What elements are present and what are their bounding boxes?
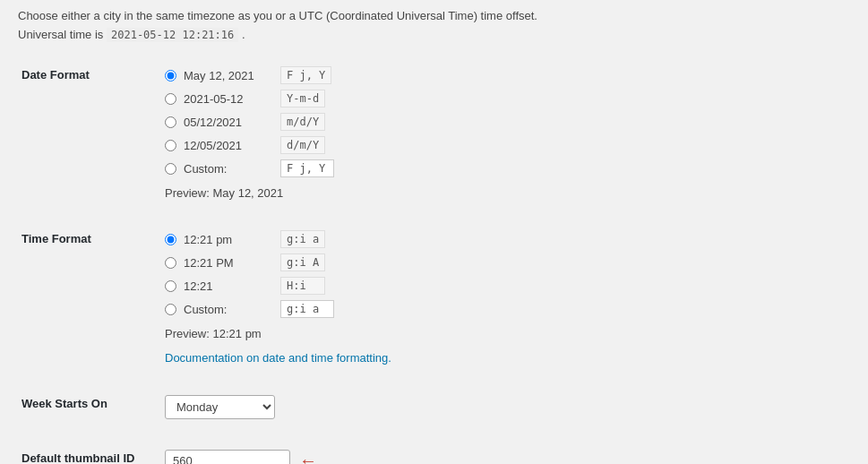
date-format-code-1: F j, Y	[280, 66, 331, 84]
date-format-option-2: 2021-05-12 Y-m-d	[165, 90, 847, 107]
date-format-preview-value: May 12, 2021	[212, 186, 283, 200]
time-format-label-1[interactable]: 12:21 pm	[184, 233, 273, 246]
time-format-row: Time Format 12:21 pm g:i a 12:21 PM g:i …	[18, 223, 850, 372]
date-format-code-4: d/m/Y	[280, 136, 325, 154]
date-format-row: Date Format May 12, 2021 F j, Y 2021-05-…	[18, 59, 850, 207]
default-thumbnail-row: Default thumbnail ID ←	[18, 443, 850, 464]
time-format-preview-prefix: Preview:	[165, 327, 210, 340]
date-format-radio-1[interactable]	[165, 70, 176, 82]
time-format-label-2[interactable]: 12:21 PM	[184, 256, 273, 270]
time-format-option-1: 12:21 pm g:i a	[165, 230, 847, 248]
date-format-preview: Preview: May 12, 2021	[165, 186, 847, 200]
date-format-custom-input[interactable]	[280, 159, 334, 177]
time-format-code-1: g:i a	[280, 230, 325, 248]
universal-time-row: Universal time is 2021-05-12 12:21:16 .	[18, 28, 850, 41]
date-format-option-1: May 12, 2021 F j, Y	[165, 66, 847, 84]
time-format-label-4[interactable]: Custom:	[184, 303, 273, 316]
time-format-option-3: 12:21 H:i	[165, 277, 847, 295]
universal-time-label: Universal time is	[18, 28, 103, 41]
date-format-label-3[interactable]: 05/12/2021	[184, 116, 273, 129]
date-format-radio-3[interactable]	[165, 116, 176, 128]
date-format-label-4[interactable]: 12/05/2021	[184, 139, 273, 152]
timezone-description: Choose either a city in the same timezon…	[18, 9, 850, 22]
date-format-radio-5[interactable]	[165, 163, 176, 175]
time-format-radio-3[interactable]	[165, 280, 176, 292]
date-format-preview-prefix: Preview:	[165, 186, 210, 200]
date-format-label-1[interactable]: May 12, 2021	[184, 69, 273, 82]
date-time-doc-link[interactable]: Documentation on date and time formattin…	[165, 351, 391, 365]
time-format-option-2: 12:21 PM g:i A	[165, 253, 847, 271]
time-format-radio-4[interactable]	[165, 304, 176, 315]
date-format-label-2[interactable]: 2021-05-12	[184, 92, 273, 106]
week-starts-on-label: Week Starts On	[21, 397, 107, 410]
thumbnail-input-row: ←	[165, 450, 847, 464]
time-format-code-3: H:i	[280, 277, 325, 295]
default-thumbnail-label: Default thumbnail ID	[21, 451, 134, 464]
thumbnail-id-input[interactable]	[165, 450, 290, 464]
time-format-option-4: Custom:	[165, 300, 847, 318]
settings-page: Choose either a city in the same timezon…	[0, 0, 868, 464]
date-format-radio-4[interactable]	[165, 140, 176, 151]
time-format-preview-value: 12:21 pm	[212, 327, 261, 340]
week-starts-on-select[interactable]: Monday Tuesday Wednesday Thursday Friday…	[165, 395, 275, 419]
date-format-option-3: 05/12/2021 m/d/Y	[165, 113, 847, 131]
universal-time-value: 2021-05-12 12:21:16	[107, 28, 238, 42]
date-format-option-4: 12/05/2021 d/m/Y	[165, 136, 847, 154]
date-format-label-5[interactable]: Custom:	[184, 162, 273, 176]
date-format-label: Date Format	[21, 68, 90, 82]
time-format-label-3[interactable]: 12:21	[184, 279, 273, 293]
settings-table: Date Format May 12, 2021 F j, Y 2021-05-…	[18, 59, 850, 464]
date-format-code-3: m/d/Y	[280, 113, 325, 131]
week-starts-on-row: Week Starts On Monday Tuesday Wednesday …	[18, 388, 850, 426]
date-format-code-2: Y-m-d	[280, 90, 325, 107]
doc-link-container: Documentation on date and time formattin…	[165, 351, 847, 365]
date-format-radio-2[interactable]	[165, 93, 176, 105]
date-format-options: May 12, 2021 F j, Y 2021-05-12 Y-m-d 05/…	[165, 66, 847, 200]
time-format-radio-2[interactable]	[165, 257, 176, 269]
arrow-indicator-icon: ←	[299, 451, 317, 464]
time-format-preview: Preview: 12:21 pm	[165, 327, 847, 340]
time-format-label: Time Format	[21, 232, 91, 245]
time-format-code-2: g:i A	[280, 253, 325, 271]
date-format-option-5: Custom:	[165, 159, 847, 177]
time-format-options: 12:21 pm g:i a 12:21 PM g:i A 12:21 H:i	[165, 230, 847, 365]
time-format-radio-1[interactable]	[165, 234, 176, 245]
time-format-custom-input[interactable]	[280, 300, 334, 318]
